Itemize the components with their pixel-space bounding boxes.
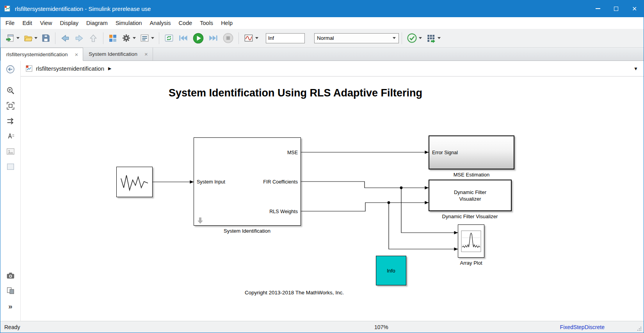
waveform-icon bbox=[119, 170, 150, 194]
breadcrumb-dropdown-icon[interactable]: ▼ bbox=[633, 66, 638, 71]
tab-rlsfiltersystemidentification[interactable]: rlsfiltersystemidentification × bbox=[0, 48, 83, 61]
save-button[interactable] bbox=[40, 32, 52, 44]
build-button[interactable] bbox=[424, 32, 442, 45]
left-toolbar: » bbox=[0, 61, 21, 321]
menu-view[interactable]: View bbox=[36, 18, 56, 28]
back-icon bbox=[60, 33, 70, 43]
area-icon bbox=[6, 162, 15, 171]
editor-content: rlsfiltersystemidentification ▶ ▼ System… bbox=[21, 61, 644, 321]
up-button[interactable] bbox=[87, 32, 100, 45]
area-button[interactable] bbox=[4, 162, 17, 172]
annotation-button[interactable] bbox=[4, 131, 17, 141]
menu-code[interactable]: Code bbox=[175, 18, 196, 28]
minimize-button[interactable] bbox=[589, 0, 607, 17]
breadcrumb-model[interactable]: rlsfiltersystemidentification bbox=[36, 65, 104, 72]
dynamic-filter-visualizer-block[interactable]: Dynamic Filter Visualizer bbox=[429, 180, 512, 211]
signal-source-block[interactable] bbox=[116, 167, 153, 197]
build-icon bbox=[426, 33, 436, 43]
maximize-icon bbox=[614, 7, 618, 11]
stop-time-input[interactable] bbox=[266, 33, 305, 43]
expand-button[interactable]: » bbox=[4, 301, 17, 311]
signal-wires bbox=[21, 77, 643, 321]
port-label-rls-weights: RLS Weights bbox=[269, 209, 298, 214]
error-signal-label: Error Signal bbox=[432, 150, 458, 155]
open-folder-icon bbox=[23, 34, 33, 43]
tab-label: System Identification bbox=[89, 51, 137, 57]
zoom-in-button[interactable] bbox=[4, 85, 17, 96]
viewmark-button[interactable] bbox=[4, 271, 17, 281]
panels-button[interactable] bbox=[4, 286, 17, 296]
run-button[interactable] bbox=[191, 31, 206, 45]
maximize-button[interactable] bbox=[607, 0, 625, 17]
dropdown-caret-icon bbox=[255, 37, 258, 39]
dropdown-caret-icon bbox=[34, 37, 37, 39]
info-label: Info bbox=[387, 268, 395, 274]
stop-button[interactable] bbox=[221, 31, 235, 45]
model-settings-button[interactable] bbox=[138, 32, 156, 44]
menu-display[interactable]: Display bbox=[56, 18, 83, 28]
fit-to-view-button[interactable] bbox=[4, 101, 17, 111]
menubar: File Edit View Display Diagram Simulatio… bbox=[0, 17, 644, 29]
sim-mode-value: Normal bbox=[317, 35, 334, 41]
double-arrow-button[interactable] bbox=[4, 116, 17, 126]
tab-close-icon[interactable]: × bbox=[75, 52, 78, 57]
update-diagram-button[interactable] bbox=[162, 32, 176, 45]
menu-tools[interactable]: Tools bbox=[196, 18, 217, 28]
step-forward-button[interactable] bbox=[206, 32, 220, 45]
mse-estimation-block[interactable]: Error Signal bbox=[429, 135, 514, 169]
update-diagram-icon bbox=[164, 33, 174, 43]
array-plot-block[interactable] bbox=[458, 224, 484, 258]
select-caret-icon bbox=[393, 37, 396, 39]
step-back-button[interactable] bbox=[176, 32, 190, 45]
tab-bar: rlsfiltersystemidentification × System I… bbox=[0, 48, 644, 61]
branch-point bbox=[388, 201, 390, 204]
info-block[interactable]: Info bbox=[376, 256, 406, 285]
new-model-button[interactable] bbox=[4, 32, 21, 44]
menu-diagram[interactable]: Diagram bbox=[82, 18, 112, 28]
toolbar-separator bbox=[238, 32, 239, 44]
menu-file[interactable]: File bbox=[2, 18, 18, 28]
tab-label: rlsfiltersystemidentification bbox=[6, 52, 68, 57]
dfv-label-line1: Dynamic Filter bbox=[454, 189, 486, 196]
menu-analysis[interactable]: Analysis bbox=[146, 18, 175, 28]
close-button[interactable]: × bbox=[625, 0, 644, 17]
simulink-window: rlsfiltersystemidentification - Simulink… bbox=[0, 0, 644, 333]
library-browser-button[interactable] bbox=[107, 32, 119, 44]
diagram-canvas[interactable]: System Identification Using RLS Adaptive… bbox=[21, 77, 644, 321]
menu-simulation[interactable]: Simulation bbox=[112, 18, 146, 28]
expand-chevrons-icon: » bbox=[8, 303, 12, 310]
model-config-button[interactable] bbox=[120, 32, 137, 44]
copyright-annotation: Copyright 2013-2018 The MathWorks, Inc. bbox=[245, 290, 344, 296]
titlebar[interactable]: rlsfiltersystemidentification - Simulink… bbox=[0, 0, 644, 17]
window-controls: × bbox=[589, 0, 644, 17]
browser-toggle-button[interactable] bbox=[4, 64, 17, 74]
forward-button[interactable] bbox=[73, 32, 86, 45]
panels-icon bbox=[6, 286, 15, 296]
resize-grip-icon[interactable] bbox=[637, 326, 642, 331]
wire-rls-weights bbox=[301, 203, 429, 211]
sim-mode-select[interactable]: Normal bbox=[314, 33, 399, 43]
tab-close-icon[interactable]: × bbox=[144, 51, 148, 57]
image-button[interactable] bbox=[4, 146, 17, 157]
breadcrumb-arrow-icon[interactable]: ▶ bbox=[108, 66, 111, 71]
scope-icon bbox=[244, 33, 254, 43]
back-button[interactable] bbox=[59, 32, 72, 45]
tab-system-identification[interactable]: System Identification × bbox=[83, 48, 153, 61]
status-text: Ready bbox=[4, 324, 20, 330]
zoom-level: 107% bbox=[374, 324, 388, 330]
double-arrow-icon bbox=[6, 116, 15, 126]
statusbar: Ready 107% FixedStepDiscrete bbox=[0, 321, 644, 333]
open-button[interactable] bbox=[22, 32, 39, 44]
model-settings-icon bbox=[140, 33, 149, 43]
system-identification-block[interactable]: System Input MSE FIR Coefficients RLS We… bbox=[194, 137, 301, 226]
menu-edit[interactable]: Edit bbox=[18, 18, 36, 28]
simulation-display-button[interactable] bbox=[242, 32, 260, 45]
menu-help[interactable]: Help bbox=[217, 18, 237, 28]
step-forward-icon bbox=[208, 33, 219, 43]
verify-button[interactable] bbox=[405, 32, 423, 45]
window-title: rlsfiltersystemidentification - Simulink… bbox=[15, 5, 151, 12]
forward-icon bbox=[74, 33, 84, 43]
caption-mse-estimation: MSE Estimation bbox=[454, 172, 489, 178]
solver-link[interactable]: FixedStepDiscrete bbox=[560, 324, 605, 330]
main-area: » rlsfiltersystemidentification ▶ ▼ Syst… bbox=[0, 61, 644, 321]
